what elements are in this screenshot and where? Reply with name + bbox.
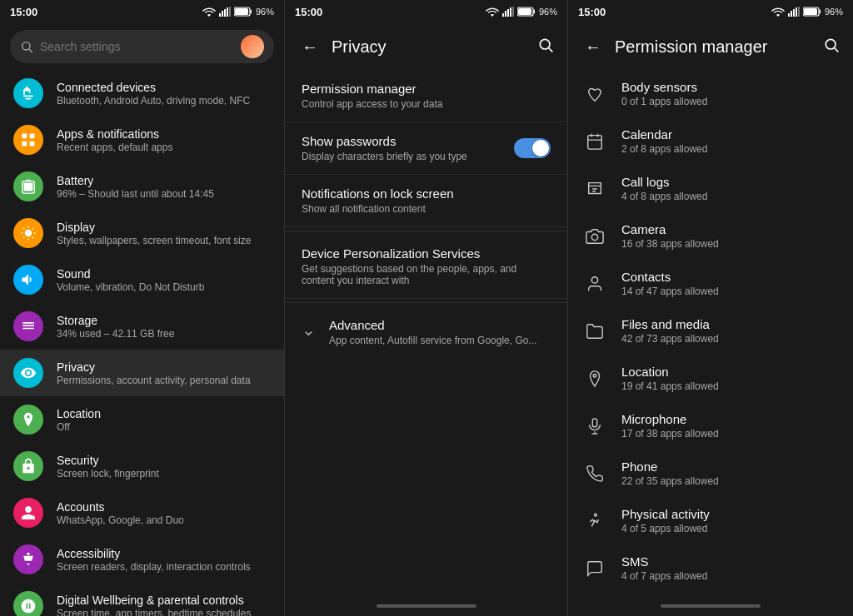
wellbeing-sub: Screen time, app timers, bedtime schedul…: [57, 608, 271, 617]
calendar-text: Calendar 2 of 8 apps allowed: [621, 127, 840, 155]
status-bar-left: 15:00 96%: [0, 0, 284, 23]
left-panel: 15:00 96% Connected devices Bluetooth, A…: [0, 0, 285, 616]
accessibility-icon: [13, 544, 43, 574]
wifi-icon-mid: [486, 7, 499, 17]
phone-title: Phone: [621, 460, 840, 474]
display-text: Display Styles, wallpapers, screen timeo…: [57, 221, 271, 246]
svg-rect-3: [227, 7, 228, 17]
perm-item-location[interactable]: Location 19 of 41 apps allowed: [568, 355, 853, 402]
chevron-down-icon: ⌄: [302, 320, 316, 340]
settings-item-storage[interactable]: Storage 34% used – 42.11 GB free: [0, 303, 284, 350]
svg-line-9: [29, 49, 32, 52]
svg-point-8: [22, 42, 30, 50]
connected-devices-icon: [13, 78, 43, 108]
svg-point-39: [591, 234, 597, 240]
call-logs-icon: [581, 176, 608, 202]
svg-rect-6: [250, 10, 252, 14]
search-button-mid[interactable]: [537, 37, 554, 57]
settings-item-privacy[interactable]: Privacy Permissions, account activity, p…: [0, 350, 284, 396]
battery-pct-right: 96%: [825, 7, 843, 17]
status-icons-left: 96%: [202, 7, 274, 17]
storage-icon: [13, 311, 43, 341]
location-text: Location Off: [57, 407, 271, 433]
apps-text: Apps & notifications Recent apps, defaul…: [57, 127, 271, 153]
settings-item-connected-devices[interactable]: Connected devices Bluetooth, Android Aut…: [0, 70, 284, 117]
storage-title: Storage: [57, 314, 271, 327]
perm-item-physical-activity[interactable]: Physical activity 4 of 5 apps allowed: [568, 497, 853, 544]
back-button-right[interactable]: ←: [581, 34, 605, 60]
divider-1: [285, 231, 567, 231]
microphone-title: Microphone: [621, 412, 840, 426]
settings-item-battery[interactable]: Battery 96% – Should last until about 14…: [0, 163, 284, 210]
privacy-list: Permission manager Control app access to…: [285, 70, 567, 599]
privacy-item-advanced[interactable]: ⌄ Advanced App content, Autofill service…: [285, 306, 567, 358]
signal-icon: [219, 7, 231, 17]
calendar-sub: 2 of 8 apps allowed: [621, 143, 840, 155]
accounts-sub: WhatsApp, Google, and Duo: [57, 514, 271, 526]
perm-item-files[interactable]: Files and media 42 of 73 apps allowed: [568, 307, 853, 355]
privacy-item-personalization[interactable]: Device Personalization Services Get sugg…: [285, 235, 567, 299]
signal-icon-right: [788, 7, 800, 17]
files-sub: 42 of 73 apps allowed: [621, 333, 840, 345]
location-sub: Off: [57, 421, 271, 433]
storage-text: Storage 34% used – 42.11 GB free: [57, 314, 271, 340]
settings-item-display[interactable]: Display Styles, wallpapers, screen timeo…: [0, 210, 284, 256]
battery-icon: [234, 7, 252, 17]
security-title: Security: [57, 454, 271, 467]
camera-icon: [581, 223, 608, 250]
svg-rect-32: [798, 7, 800, 17]
battery-sub: 96% – Should last until about 14:45: [57, 188, 271, 200]
settings-item-sound[interactable]: Sound Volume, vibration, Do Not Disturb: [0, 256, 284, 303]
display-icon: [13, 218, 43, 248]
svg-line-37: [835, 47, 839, 52]
status-time-mid: 15:00: [295, 6, 322, 18]
settings-item-location[interactable]: Location Off: [0, 396, 284, 443]
perm-item-contacts[interactable]: Contacts 14 of 47 apps allowed: [568, 260, 853, 307]
battery-icon-right: [803, 7, 821, 17]
accounts-title: Accounts: [57, 500, 271, 514]
settings-item-wellbeing[interactable]: Digital Wellbeing & parental controls Sc…: [0, 583, 284, 616]
perm-item-calendar[interactable]: Calendar 2 of 8 apps allowed: [568, 117, 853, 165]
settings-item-accounts[interactable]: Accounts WhatsApp, Google, and Duo: [0, 489, 284, 536]
permission-manager-sub: Control app access to your data: [302, 98, 551, 110]
location-perm-title: Location: [621, 365, 840, 379]
svg-rect-20: [507, 9, 509, 17]
accounts-text: Accounts WhatsApp, Google, and Duo: [57, 500, 271, 526]
privacy-item-notifications[interactable]: Notifications on lock screen Show all no…: [285, 175, 567, 227]
bottom-indicator-mid: [285, 599, 567, 616]
contacts-text: Contacts 14 of 47 apps allowed: [621, 270, 840, 297]
home-indicator-mid: [377, 604, 476, 608]
wifi-icon: [202, 7, 216, 17]
wellbeing-icon: [13, 591, 43, 616]
perm-manager-title-header: Permission manager: [615, 37, 813, 57]
accessibility-title: Accessibility: [57, 547, 271, 560]
perm-item-body-sensors[interactable]: Body sensors 0 of 1 apps allowed: [568, 70, 853, 117]
back-button[interactable]: ←: [298, 34, 322, 60]
camera-text: Camera 16 of 38 apps allowed: [621, 222, 840, 250]
security-text: Security Screen lock, fingerprint: [57, 454, 271, 479]
privacy-item-permission-manager[interactable]: Permission manager Control app access to…: [285, 70, 567, 122]
perm-item-camera[interactable]: Camera 16 of 38 apps allowed: [568, 212, 853, 260]
perm-item-phone[interactable]: Phone 22 of 35 apps allowed: [568, 450, 853, 497]
right-panel: 15:00 96% ← Permission manager Body sens…: [568, 0, 853, 616]
camera-title: Camera: [621, 222, 840, 236]
battery-icon-mid: [517, 7, 536, 17]
search-bar[interactable]: [10, 30, 274, 63]
settings-item-apps[interactable]: Apps & notifications Recent apps, defaul…: [0, 117, 284, 163]
search-button-right[interactable]: [823, 37, 840, 57]
show-passwords-toggle[interactable]: [514, 138, 551, 158]
perm-item-sms[interactable]: SMS 4 of 7 apps allowed: [568, 544, 853, 592]
microphone-icon: [581, 413, 608, 440]
search-input[interactable]: [40, 40, 234, 53]
settings-item-accessibility[interactable]: Accessibility Screen readers, display, i…: [0, 536, 284, 583]
svg-point-26: [540, 39, 550, 49]
privacy-item-show-passwords[interactable]: Show passwords Display characters briefl…: [285, 122, 567, 175]
status-time-right: 15:00: [578, 6, 606, 18]
contacts-icon: [581, 271, 608, 297]
perm-item-call-logs[interactable]: Call logs 4 of 8 apps allowed: [568, 165, 853, 212]
settings-item-security[interactable]: Security Screen lock, fingerprint: [0, 443, 284, 489]
microphone-sub: 17 of 38 apps allowed: [621, 428, 840, 440]
svg-rect-0: [219, 13, 221, 17]
perm-item-microphone[interactable]: Microphone 17 of 38 apps allowed: [568, 402, 853, 450]
phone-icon: [581, 460, 608, 487]
